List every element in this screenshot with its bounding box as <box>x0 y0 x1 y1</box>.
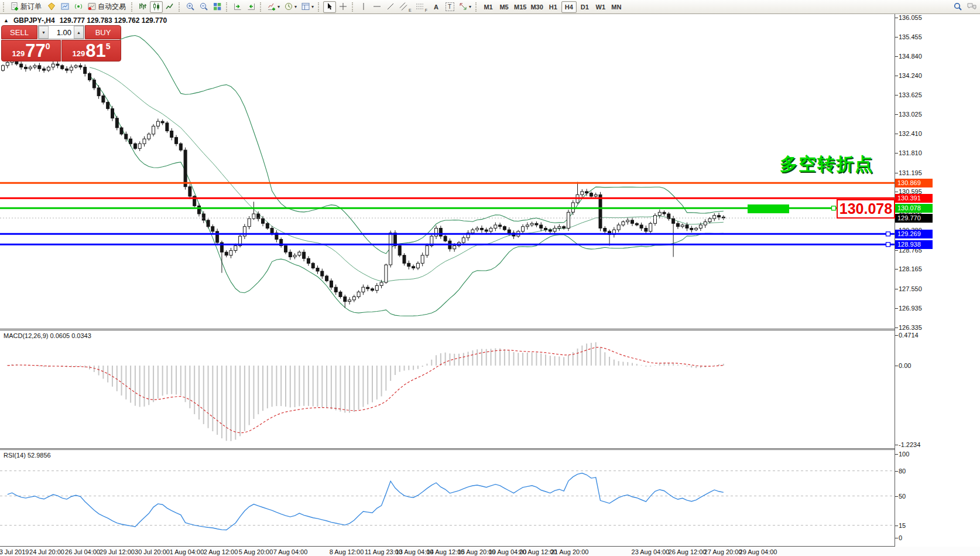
signals-icon <box>74 2 83 12</box>
templates-button[interactable]: ▾ <box>299 1 316 13</box>
buy-price[interactable]: 129 81 5 <box>61 40 121 62</box>
buy-button[interactable]: BUY <box>85 25 121 39</box>
profile-icon <box>47 2 56 12</box>
terminal-icon <box>60 2 70 12</box>
text-label-button[interactable]: T <box>443 1 456 13</box>
volume-increase-button[interactable]: ▲ <box>74 26 84 39</box>
templates-icon <box>301 2 310 12</box>
trendline-icon <box>386 2 395 12</box>
auto-scroll-button[interactable] <box>231 1 244 13</box>
line-chart-icon <box>165 2 174 12</box>
symbol-bar: ▲ GBPJPY-,H4 129.777 129.783 129.762 129… <box>4 16 167 25</box>
buy-price-pips: 81 <box>85 42 105 60</box>
sell-price-point: 0 <box>46 42 50 51</box>
candlestick-chart-icon <box>152 2 161 12</box>
mt4-terminal: 新订单 自动交易 <box>0 0 980 556</box>
volume-input[interactable] <box>49 26 74 39</box>
bar-chart-icon <box>138 2 148 12</box>
tile-windows-button[interactable] <box>211 1 224 13</box>
chat-button[interactable] <box>965 1 979 13</box>
cursor-button[interactable] <box>323 1 336 13</box>
line-price-label: 128.938 <box>895 240 933 249</box>
time-axis-label: 30 Jul 20:00 <box>135 548 170 555</box>
text-label-icon: T <box>446 2 454 11</box>
sell-price[interactable]: 129 77 0 <box>1 40 61 62</box>
timeframe-M1-button[interactable]: M1 <box>481 1 496 13</box>
zoom-out-button[interactable] <box>197 1 210 13</box>
rsi-tick: 50 <box>899 493 906 500</box>
candlestick-chart[interactable] <box>0 14 895 329</box>
line-chart-button[interactable] <box>163 1 176 13</box>
rsi-chart[interactable] <box>0 450 895 546</box>
timeframe-H1-button[interactable]: H1 <box>546 1 561 13</box>
price-tick: 127.550 <box>899 285 922 292</box>
candlestick-chart-button[interactable] <box>150 1 163 13</box>
highlight-rectangle[interactable] <box>748 204 789 213</box>
search-button[interactable] <box>951 1 964 13</box>
autotrading-icon <box>87 2 97 12</box>
timeframe-W1-button[interactable]: W1 <box>593 1 608 13</box>
line-price-label: 129.770 <box>895 214 933 223</box>
timeframe-M15-button[interactable]: M15 <box>512 1 528 13</box>
timeframe-M5-button[interactable]: M5 <box>496 1 512 13</box>
price-tick: 128.165 <box>899 265 922 272</box>
bar-chart-button[interactable] <box>136 1 149 13</box>
pane-separator[interactable] <box>0 329 980 329</box>
dropdown-caret: ▾ <box>294 4 297 9</box>
time-axis-label: 2 Aug 12:00 <box>204 548 238 555</box>
sell-price-figure: 129 <box>12 49 25 58</box>
signals-button[interactable] <box>72 1 85 13</box>
price-tick: 131.195 <box>899 169 922 176</box>
volume-decrease-button[interactable]: ▼ <box>39 26 49 39</box>
timeframe-MN-button[interactable]: MN <box>609 1 624 13</box>
rsi-tick: 80 <box>899 468 906 475</box>
chat-icon <box>967 2 977 12</box>
channel-icon <box>399 2 407 12</box>
timeframe-D1-button[interactable]: D1 <box>577 1 592 13</box>
profile-button[interactable] <box>45 1 58 13</box>
indicators-button[interactable]: ▾ <box>265 1 282 13</box>
auto-scroll-icon <box>233 2 242 12</box>
zoom-in-button[interactable] <box>184 1 197 13</box>
rsi-tick: 15 <box>899 522 906 529</box>
trendline-button[interactable] <box>384 1 397 13</box>
zoom-in-icon <box>186 2 195 12</box>
time-axis-label: 8 Aug 12:00 <box>330 548 364 555</box>
text-button[interactable]: A <box>430 1 443 13</box>
channel-button[interactable]: E <box>398 1 413 13</box>
timeframe-H4-button[interactable]: H4 <box>561 1 577 13</box>
fibonacci-icon <box>416 2 424 12</box>
terminal-button[interactable] <box>59 1 71 13</box>
line-price-label: 130.869 <box>895 179 933 187</box>
time-axis-label: 29 Aug 04:00 <box>739 548 777 555</box>
vertical-line-button[interactable] <box>357 1 370 13</box>
arrows-button[interactable]: ▾ <box>457 1 473 13</box>
fibonacci-button[interactable]: F <box>414 1 429 13</box>
toolbar-grip <box>131 2 134 12</box>
crosshair-button[interactable] <box>337 1 349 13</box>
chart-shift-button[interactable] <box>245 1 258 13</box>
periods-button[interactable]: ▾ <box>282 1 299 13</box>
pane-separator[interactable] <box>0 448 980 449</box>
macd-chart[interactable] <box>0 330 895 448</box>
time-axis-label: 24 Jul 20:00 <box>29 548 64 555</box>
horizontal-line-button[interactable] <box>371 1 383 13</box>
collapse-panel-icon[interactable]: ▲ <box>4 18 9 23</box>
rsi-tick: 100 <box>899 451 909 458</box>
new-order-button[interactable]: 新订单 <box>8 1 44 13</box>
macd-label: MACD(12,26,9) 0.0605 0.0343 <box>4 332 91 339</box>
autotrading-button[interactable]: 自动交易 <box>85 1 129 13</box>
vertical-line-icon <box>359 2 368 12</box>
timeframe-M30-button[interactable]: M30 <box>529 1 544 13</box>
toolbar-grip <box>475 2 478 12</box>
time-axis-label: 23 Aug 04:00 <box>632 548 670 555</box>
price-tick: 136.055 <box>899 14 922 21</box>
arrows-icon <box>458 2 468 12</box>
zoom-out-icon <box>199 2 208 12</box>
toolbar-grip <box>260 2 263 12</box>
sell-button[interactable]: SELL <box>1 25 37 39</box>
symbol-title: GBPJPY-,H4 <box>13 16 55 25</box>
fibonacci-letter: F <box>425 8 427 12</box>
price-tick: 135.455 <box>899 33 922 40</box>
macd-tick: -1.2234 <box>899 441 920 448</box>
